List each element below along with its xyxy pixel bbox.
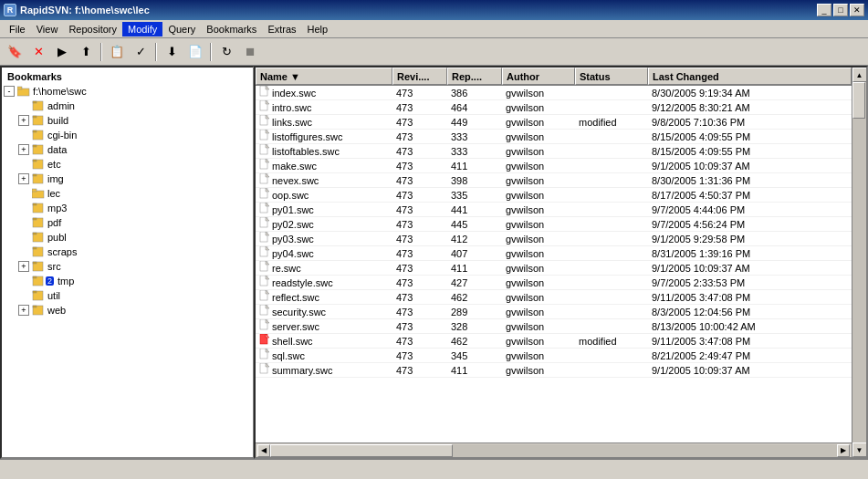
tree-toggle[interactable]: + [18,173,29,184]
file-cell-name: intro.swc [256,100,392,114]
table-row[interactable]: listoffigures.swc473333gvwilson8/15/2005… [256,130,852,144]
tree-item[interactable]: admin [4,99,251,113]
menu-item-repository[interactable]: Repository [63,22,122,36]
file-cell-status: modified [575,115,648,129]
check-toolbar-btn[interactable]: ✓ [130,41,152,63]
table-row[interactable]: oop.swc473335gvwilson8/17/2005 4:50:37 P… [256,188,852,203]
menu-item-file[interactable]: File [4,22,31,36]
scroll-thumb[interactable] [270,444,453,457]
menu-item-extras[interactable]: Extras [262,22,301,36]
table-row[interactable]: py02.swc473445gvwilson9/7/2005 4:56:24 P… [256,217,852,232]
tree-item[interactable]: util [4,288,251,303]
table-row[interactable]: reflect.swc473462gvwilson9/11/2005 3:47:… [256,290,852,305]
col-revi-header[interactable]: Revi.... [392,68,447,85]
menu-item-query[interactable]: Query [162,22,201,36]
tree-item[interactable]: lec [4,186,251,201]
table-row[interactable]: re.swc473411gvwilson9/1/2005 10:09:37 AM [256,261,852,276]
tree-item[interactable]: scraps [4,245,251,259]
main-content: Bookmarks -f:\home\swcadmin+buildcgi-bin… [0,66,868,459]
tree-toggle[interactable]: - [4,86,15,97]
tree-item[interactable]: cgi-bin [4,128,251,142]
file-table-body[interactable]: index.swc473386gvwilson8/30/2005 9:19:34… [256,86,852,443]
log-toolbar-btn[interactable]: 📋 [106,41,128,63]
menu-item-help[interactable]: Help [302,22,334,36]
col-lastchanged-header[interactable]: Last Changed [648,68,852,85]
vscroll-down-arrow[interactable]: ▼ [852,443,867,457]
run-toolbar-btn[interactable]: ▶ [51,41,73,63]
tree-item[interactable]: +web [4,303,251,318]
file-cell-revi: 473 [392,188,447,202]
folder-icon [31,99,46,112]
info-toolbar-btn[interactable]: 📄 [184,41,206,63]
scroll-right-arrow[interactable]: ▶ [837,444,850,457]
scroll-track[interactable] [270,444,837,457]
maximize-button[interactable]: □ [833,4,848,16]
tree-toggle[interactable]: + [18,261,29,272]
table-row[interactable]: listoftables.swc473333gvwilson8/15/2005 … [256,144,852,159]
svg-rect-3 [33,101,37,103]
file-cell-status [575,159,648,172]
table-row[interactable]: links.swc473449gvwilsonmodified9/8/2005 … [256,115,852,130]
table-row[interactable]: py03.swc473412gvwilson9/1/2005 9:29:58 P… [256,232,852,246]
bookmark-toolbar-btn[interactable]: 🔖 [4,41,26,63]
right-scrollbar[interactable]: ▲ ▼ [852,68,866,457]
file-name-text: listoffigures.swc [272,131,342,142]
vscroll-track[interactable] [852,82,867,443]
file-name-text: server.swc [272,321,319,332]
tree-toggle[interactable]: + [18,305,29,316]
col-author-header[interactable]: Author [502,68,575,85]
folder-icon [31,260,46,273]
file-cell-rep: 398 [447,173,502,187]
vscroll-up-arrow[interactable]: ▲ [852,68,867,82]
tree-toggle[interactable]: + [18,144,29,155]
table-row[interactable]: nevex.swc473398gvwilson8/30/2005 1:31:36… [256,173,852,188]
tree-item[interactable]: pdf [4,215,251,230]
file-cell-name: listoffigures.swc [256,130,392,143]
table-row[interactable]: summary.swc473411gvwilson9/1/2005 10:09:… [256,363,852,378]
table-row[interactable]: readstyle.swc473427gvwilson9/7/2005 2:33… [256,276,852,290]
h-scrollbar[interactable]: ◀ ▶ [256,444,852,457]
tree-item[interactable]: mp3 [4,201,251,215]
tree-item[interactable]: -f:\home\swc [4,84,251,99]
vscroll-thumb[interactable] [852,82,865,119]
file-name-text: py04.swc [272,248,314,259]
table-row[interactable]: shell.swc473462gvwilsonmodified9/11/2005… [256,334,852,349]
tree-item[interactable]: +build [4,113,251,128]
tree-toggle[interactable]: + [18,115,29,126]
refresh-toolbar-btn[interactable]: ↻ [215,41,237,63]
left-panel[interactable]: Bookmarks -f:\home\swcadmin+buildcgi-bin… [0,66,254,459]
menu-item-modify[interactable]: Modify [122,22,162,36]
table-row[interactable]: index.swc473386gvwilson8/30/2005 9:19:34… [256,86,852,100]
tree-item[interactable]: 2tmp [4,274,251,288]
file-icon [259,115,270,129]
table-row[interactable]: make.swc473411gvwilson9/1/2005 10:09:37 … [256,159,852,173]
tree-item[interactable]: +img [4,172,251,186]
file-cell-rep: 328 [447,319,502,333]
update-toolbar-btn[interactable]: ⬆ [75,41,97,63]
tree-item[interactable]: +src [4,259,251,274]
table-row[interactable]: intro.swc473464gvwilson9/12/2005 8:30:21… [256,100,852,115]
table-row[interactable]: sql.swc473345gvwilson8/21/2005 2:49:47 P… [256,349,852,363]
stop2-toolbar-btn[interactable]: ⏹ [239,41,261,63]
table-row[interactable]: security.swc473289gvwilson8/3/2005 12:04… [256,305,852,319]
menu-item-bookmarks[interactable]: Bookmarks [201,22,262,36]
tree-item[interactable]: publ [4,230,251,245]
col-status-header[interactable]: Status [575,68,648,85]
table-row[interactable]: py04.swc473407gvwilson8/31/2005 1:39:16 … [256,246,852,261]
col-name-header[interactable]: Name ▼ [256,68,392,85]
stop-toolbar-btn[interactable]: ✕ [27,41,49,63]
scroll-left-arrow[interactable]: ◀ [257,444,270,457]
file-cell-author: gvwilson [502,232,575,245]
table-row[interactable]: py01.swc473441gvwilson9/7/2005 4:44:06 P… [256,203,852,217]
file-icon [259,290,270,304]
table-row[interactable]: server.swc473328gvwilson8/13/2005 10:00:… [256,319,852,334]
file-name-text: readstyle.swc [272,277,333,288]
file-cell-lastchanged: 8/21/2005 2:49:47 PM [648,349,852,362]
tree-item[interactable]: etc [4,157,251,172]
commit-toolbar-btn[interactable]: ⬇ [161,41,183,63]
col-rep-header[interactable]: Rep.... [447,68,502,85]
tree-item[interactable]: +data [4,142,251,157]
menu-item-view[interactable]: View [31,22,64,36]
close-button[interactable]: ✕ [850,4,864,16]
minimize-button[interactable]: _ [817,4,831,16]
